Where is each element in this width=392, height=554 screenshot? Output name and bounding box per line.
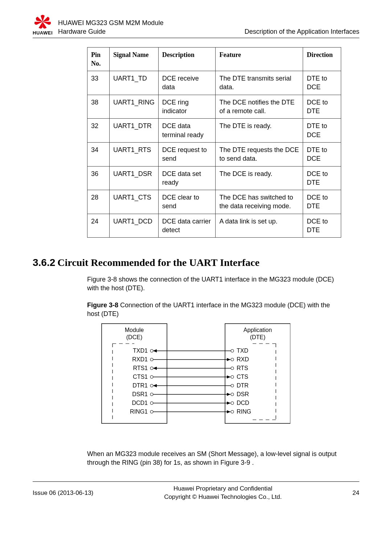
figure-text: Connection of the UART1 interface in the… [87, 301, 330, 317]
table-row: 36UART1_DSRDCE data set readyThe DCE is … [87, 166, 341, 190]
doc-title: HUAWEI MG323 GSM M2M Module [58, 19, 239, 27]
svg-text:DTR: DTR [237, 382, 249, 389]
footer-line2: Copyright © Huawei Technologies Co., Ltd… [93, 493, 352, 501]
svg-point-24 [231, 384, 234, 387]
col-desc: Description [158, 47, 216, 71]
svg-point-34 [231, 402, 234, 405]
figure-caption: Figure 3-8 Connection of the UART1 inter… [87, 301, 341, 319]
svg-text:DSR1: DSR1 [132, 391, 148, 397]
cell-feature: The DCE is ready. [216, 166, 303, 190]
section-title: Circuit Recommended for the UART Interfa… [57, 257, 260, 268]
svg-text:RING1: RING1 [130, 409, 148, 415]
cell-dir: DCE to DTE [303, 190, 341, 214]
svg-point-3 [150, 349, 153, 352]
cell-desc: DCE data set ready [158, 166, 216, 190]
svg-text:RING: RING [237, 409, 251, 415]
section-heading: 3.6.2Circuit Recommended for the UART In… [33, 256, 359, 270]
svg-text:DSR: DSR [237, 391, 249, 397]
svg-text:TXD1: TXD1 [133, 348, 148, 354]
cell-signal: UART1_DSR [109, 166, 158, 190]
cell-feature: The DCE notifies the DTE of a remote cal… [216, 95, 303, 119]
para-2: When an MG323 module receives an SM (Sho… [87, 450, 341, 467]
svg-text:DCD: DCD [237, 400, 249, 406]
svg-point-14 [231, 367, 234, 370]
cell-desc: DCE request to send [158, 142, 216, 166]
module-label-2: (DCE) [126, 334, 142, 340]
table-row: 32UART1_DTRDCE data terminal readyThe DT… [87, 119, 341, 143]
table-row: 38UART1_RINGDCE ring indicatorThe DCE no… [87, 95, 341, 119]
svg-point-8 [150, 358, 153, 361]
app-label-2: (DTE) [250, 334, 266, 340]
footer-issue: Issue 06 (2013-06-13) [33, 489, 93, 497]
cell-pin: 32 [87, 119, 110, 143]
cell-dir: DCE to DTE [303, 166, 341, 190]
svg-point-38 [150, 410, 153, 413]
cell-signal: UART1_DCD [109, 214, 158, 238]
cell-pin: 34 [87, 142, 110, 166]
page-header: HUAWEI HUAWEI MG323 GSM M2M Module Hardw… [33, 15, 359, 38]
cell-dir: DTE to DCE [303, 142, 341, 166]
svg-text:RTS: RTS [237, 365, 248, 371]
table-header-row: Pin No. Signal Name Description Feature … [87, 47, 341, 71]
footer-center: Huawei Proprietary and Confidential Copy… [93, 485, 352, 501]
cell-pin: 28 [87, 190, 110, 214]
cell-signal: UART1_CTS [109, 190, 158, 214]
cell-dir: DTE to DCE [303, 119, 341, 143]
svg-point-4 [231, 349, 234, 352]
cell-signal: UART1_DTR [109, 119, 158, 143]
cell-signal: UART1_TD [109, 71, 158, 95]
cell-feature: The DTE transmits serial data. [216, 71, 303, 95]
doc-subtitle: Hardware Guide [58, 27, 239, 36]
col-pin: Pin No. [87, 47, 110, 71]
cell-dir: DCE to DTE [303, 214, 341, 238]
cell-desc: DCE clear to send [158, 190, 216, 214]
uart-pin-table: Pin No. Signal Name Description Feature … [87, 47, 341, 238]
cell-signal: UART1_RTS [109, 142, 158, 166]
section-number: 3.6.2 [33, 257, 55, 268]
module-label-1: Module [125, 327, 144, 333]
footer-line1: Huawei Proprietary and Confidential [93, 485, 352, 493]
svg-point-29 [231, 393, 234, 396]
section-name: Description of the Application Interface… [245, 27, 359, 36]
svg-text:RXD1: RXD1 [132, 356, 148, 362]
cell-feature: The DTE requests the DCE to send data. [216, 142, 303, 166]
col-signal: Signal Name [109, 47, 158, 71]
svg-text:CTS1: CTS1 [133, 374, 148, 380]
cell-desc: DCE data terminal ready [158, 119, 216, 143]
cell-desc: DCE data carrier detect [158, 214, 216, 238]
cell-dir: DTE to DCE [303, 71, 341, 95]
table-row: 33UART1_TDDCE receive dataThe DTE transm… [87, 71, 341, 95]
huawei-flower-icon [33, 15, 53, 29]
svg-point-19 [231, 376, 234, 378]
header-titles: HUAWEI MG323 GSM M2M Module Hardware Gui… [58, 19, 239, 36]
svg-text:RXD: RXD [237, 356, 249, 362]
table-row: 34UART1_RTSDCE request to sendThe DTE re… [87, 142, 341, 166]
svg-text:TXD: TXD [237, 348, 248, 354]
col-dir: Direction [303, 47, 341, 71]
cell-pin: 33 [87, 71, 110, 95]
svg-point-23 [150, 384, 153, 387]
table-row: 28UART1_CTSDCE clear to sendThe DCE has … [87, 190, 341, 214]
svg-point-33 [150, 402, 153, 405]
huawei-logo: HUAWEI [33, 15, 53, 36]
svg-text:CTS: CTS [237, 374, 248, 380]
cell-pin: 38 [87, 95, 110, 119]
app-label-1: Application [244, 327, 272, 333]
brand-text: HUAWEI [33, 30, 53, 36]
cell-feature: The DCE has switched to the data receivi… [216, 190, 303, 214]
cell-desc: DCE ring indicator [158, 95, 216, 119]
svg-point-39 [231, 410, 234, 413]
figure-label: Figure 3-8 [87, 301, 118, 309]
cell-pin: 36 [87, 166, 110, 190]
svg-point-9 [231, 358, 234, 361]
cell-desc: DCE receive data [158, 71, 216, 95]
svg-text:RTS1: RTS1 [133, 365, 148, 371]
para-1: Figure 3-8 shows the connection of the U… [87, 275, 341, 293]
uart-connection-diagram: Module (DCE) Application (DTE) TXD1TXDRX… [87, 322, 359, 433]
svg-point-28 [150, 393, 153, 396]
svg-point-18 [150, 376, 153, 378]
footer-page: 24 [352, 489, 359, 497]
table-row: 24UART1_DCDDCE data carrier detectA data… [87, 214, 341, 238]
svg-text:DCD1: DCD1 [132, 400, 148, 406]
page-footer: Issue 06 (2013-06-13) Huawei Proprietary… [33, 481, 359, 501]
